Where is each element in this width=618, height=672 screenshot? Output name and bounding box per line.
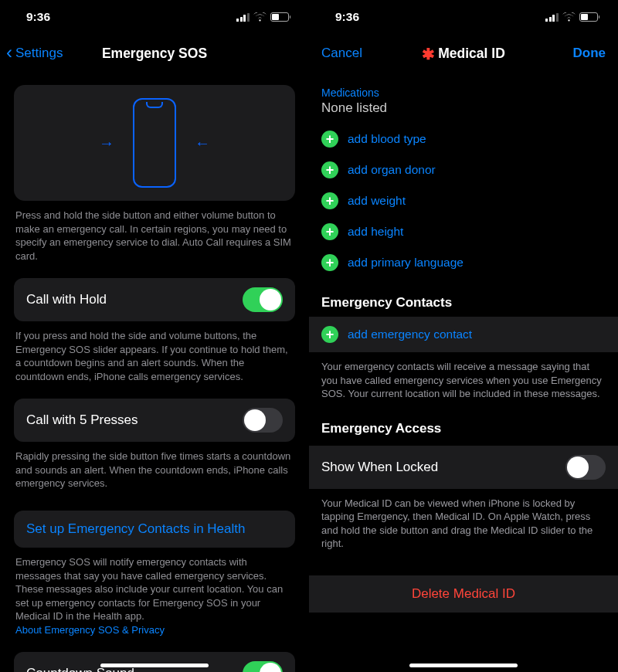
cancel-button[interactable]: Cancel [321, 46, 362, 61]
setup-contacts-link[interactable]: Set up Emergency Contacts in Health [14, 511, 295, 548]
chevron-left-icon: ‹ [6, 43, 12, 62]
home-indicator[interactable] [100, 664, 209, 667]
arrow-left-icon: ← [195, 134, 210, 152]
battery-icon [579, 12, 600, 22]
status-bar: 9:36 [0, 0, 309, 34]
privacy-link[interactable]: About Emergency SOS & Privacy [15, 624, 165, 636]
medical-star-icon: ✱ [422, 46, 435, 62]
plus-icon: + [321, 161, 338, 178]
plus-icon: + [321, 131, 338, 148]
nav-bar: ‹ Settings Emergency SOS [0, 34, 309, 73]
sos-screen: 9:36 ‹ Settings Emergency SOS → ← Press … [0, 0, 309, 672]
plus-icon: + [321, 192, 338, 209]
show-when-locked-toggle[interactable] [565, 455, 606, 480]
battery-icon [270, 12, 291, 22]
medications-value[interactable]: None listed [309, 100, 618, 124]
plus-icon: + [321, 223, 338, 240]
wifi-icon [253, 12, 267, 22]
call-five-footer: Rapidly pressing the side button five ti… [0, 442, 309, 500]
call-five-toggle[interactable] [243, 408, 283, 433]
phone-outline-icon: → ← [133, 98, 176, 188]
nav-bar: Cancel ✱ Medical ID Done [309, 34, 618, 73]
show-when-locked-row[interactable]: Show When Locked [309, 446, 618, 489]
plus-icon: + [321, 326, 338, 343]
add-height-row[interactable]: + add height [309, 216, 618, 247]
wifi-icon [562, 12, 576, 22]
back-button[interactable]: ‹ Settings [6, 44, 63, 63]
page-title: Emergency SOS [102, 46, 207, 62]
call-hold-label: Call with Hold [26, 292, 107, 307]
medical-id-screen: 9:36 Cancel ✱ Medical ID Done Medication… [309, 0, 618, 672]
add-field-group: + add blood type + add organ donor + add… [309, 124, 618, 278]
add-emergency-contact-row[interactable]: + add emergency contact [309, 317, 618, 352]
countdown-toggle[interactable] [243, 661, 283, 672]
back-label: Settings [15, 46, 63, 61]
call-five-label: Call with 5 Presses [26, 412, 138, 428]
sos-hero-card: → ← [14, 85, 295, 201]
call-hold-toggle[interactable] [243, 287, 283, 312]
call-five-presses-row[interactable]: Call with 5 Presses [14, 399, 295, 442]
delete-medical-id-button[interactable]: Delete Medical ID [309, 575, 618, 613]
arrow-right-icon: → [99, 134, 114, 152]
signal-icon [236, 12, 250, 22]
call-with-hold-row[interactable]: Call with Hold [14, 278, 295, 321]
home-indicator[interactable] [409, 664, 518, 667]
add-organ-donor-row[interactable]: + add organ donor [309, 154, 618, 185]
setup-footer: Emergency SOS will notify emergency cont… [0, 548, 309, 646]
emergency-access-header: Emergency Access [309, 404, 618, 443]
contacts-footer: Your emergency contacts will receive a m… [309, 352, 618, 404]
add-blood-type-row[interactable]: + add blood type [309, 124, 618, 154]
done-button[interactable]: Done [573, 46, 606, 61]
sos-content: → ← Press and hold the side button and e… [0, 73, 309, 672]
status-right [236, 12, 290, 22]
medications-caption: Medications [309, 76, 618, 100]
signal-icon [545, 12, 559, 22]
medical-content: Medications None listed + add blood type… [309, 76, 618, 672]
add-primary-language-row[interactable]: + add primary language [309, 247, 618, 278]
add-weight-row[interactable]: + add weight [309, 185, 618, 216]
call-hold-footer: If you press and hold the side and volum… [0, 321, 309, 392]
locked-label: Show When Locked [321, 460, 438, 475]
countdown-sound-row[interactable]: Countdown Sound [14, 652, 295, 672]
plus-icon: + [321, 254, 338, 271]
status-bar: 9:36 [309, 0, 618, 34]
hero-footer: Press and hold the side button and eithe… [0, 201, 309, 272]
emergency-contacts-header: Emergency Contacts [309, 278, 618, 317]
locked-footer: Your Medical ID can be viewed when iPhon… [309, 489, 618, 554]
status-time: 9:36 [335, 10, 359, 24]
status-right [545, 12, 599, 22]
page-title: ✱ Medical ID [422, 46, 505, 62]
status-time: 9:36 [26, 10, 50, 24]
